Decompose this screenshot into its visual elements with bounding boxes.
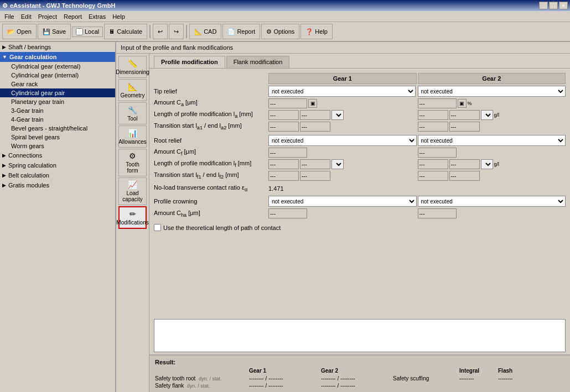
- gear2-header: Gear 2: [418, 73, 566, 84]
- toolbar-separator-2: [186, 25, 187, 38]
- length-lf-gear1-field1[interactable]: [268, 159, 299, 169]
- minimize-button[interactable]: _: [539, 2, 548, 9]
- chevron-right-icon-4: ▶: [2, 173, 6, 178]
- length-la-gear2-field1[interactable]: [418, 110, 448, 120]
- result-row2-gear2: -------- / --------: [321, 383, 393, 389]
- subnav-allowances[interactable]: 📊 Allowances: [118, 126, 147, 148]
- local-checkbox[interactable]: [76, 28, 83, 35]
- help-button[interactable]: ❓ Help: [300, 24, 333, 39]
- title-bar: ⚙ eAssistant - GWJ Technology GmbH _ □ ×: [0, 0, 570, 11]
- result-row1-gear1: -------- / --------: [249, 375, 321, 381]
- calculate-button[interactable]: 🖩 Calculate: [104, 24, 147, 39]
- cad-button[interactable]: 📐 CAD: [189, 24, 221, 39]
- subnav-tooth-form[interactable]: ⚙ Tooth form: [118, 149, 147, 176]
- menu-extras[interactable]: Extras: [85, 12, 109, 21]
- amount-ca-gear1-field[interactable]: [268, 98, 307, 108]
- result-row1-integral: --------: [459, 375, 498, 381]
- result-row1-label: Safety tooth root dyn. / stat.: [155, 375, 249, 381]
- sidebar-item-gratis[interactable]: ▶ Gratis modules: [0, 180, 115, 190]
- open-button[interactable]: 📂 Open: [2, 24, 37, 39]
- length-la-gear2-unit[interactable]: [481, 110, 493, 120]
- menu-project[interactable]: Project: [35, 12, 60, 21]
- close-button[interactable]: ×: [559, 2, 568, 9]
- subnav-load-capacity[interactable]: 📈 Load capacity: [118, 177, 147, 205]
- length-lf-gear2-unit[interactable]: [481, 159, 493, 169]
- report-button[interactable]: 📄 Report: [222, 24, 260, 39]
- save-button[interactable]: 💾 Save: [38, 24, 71, 39]
- sidebar-item-belt-calc[interactable]: ▶ Belt calculation: [0, 170, 115, 180]
- sidebar-item-4gear[interactable]: 4-Gear train: [0, 115, 115, 124]
- subnav-modifications[interactable]: ✏ Modifications: [118, 206, 147, 229]
- length-la-gear1-field1[interactable]: [268, 110, 299, 120]
- subnav-geometry[interactable]: 📐 Geometry: [118, 79, 147, 101]
- form-header: Input of the profile and flank modificat…: [116, 42, 570, 54]
- sidebar-item-worm[interactable]: Worm gears: [0, 142, 115, 150]
- length-lf-gear1-unit[interactable]: [331, 159, 344, 169]
- sidebar-item-shaft-bearings[interactable]: ▶ Shaft / bearings: [0, 42, 115, 52]
- sidebar-item-gear-calculation[interactable]: ▼ Gear calculation: [0, 52, 115, 62]
- help-icon: ❓: [305, 28, 313, 35]
- root-relief-gear1-select[interactable]: not executed: [268, 135, 417, 146]
- trans-lf-gear1-field1[interactable]: [268, 171, 299, 181]
- tab-flank-modification[interactable]: Flank modification: [226, 56, 290, 68]
- amount-ca-gear1-picker[interactable]: ▣: [308, 99, 317, 108]
- amount-cha-label: Amount Cha [μm]: [154, 210, 267, 218]
- result-header: Result:: [155, 359, 564, 365]
- undo-button[interactable]: ↩: [153, 24, 168, 39]
- subnav-dimensioning[interactable]: 📏 Dimensioning: [118, 56, 147, 78]
- tip-relief-gear1-select[interactable]: not executed: [268, 86, 416, 97]
- sidebar-item-cylindrical-internal[interactable]: Cylindrical gear (internal): [0, 71, 115, 80]
- length-lf-gear2-field2[interactable]: [449, 159, 480, 169]
- trans-la-gear2-field2[interactable]: [449, 122, 480, 132]
- result-col-header-4: [393, 368, 459, 374]
- amount-cha-gear2-field[interactable]: [418, 208, 457, 218]
- geometry-icon: 📐: [128, 82, 137, 91]
- trans-lf-gear2-field2[interactable]: [449, 171, 480, 181]
- sidebar-item-spring-calc[interactable]: ▶ Spring calculation: [0, 160, 115, 170]
- tab-profile-modification[interactable]: Profile modification: [154, 56, 225, 68]
- menu-file[interactable]: File: [1, 12, 18, 21]
- profile-crowning-gear2-select[interactable]: not executed: [418, 196, 566, 207]
- left-panel: ▶ Shaft / bearings ▼ Gear calculation Cy…: [0, 42, 116, 392]
- menu-edit[interactable]: Edit: [18, 12, 35, 21]
- menu-help[interactable]: Help: [109, 12, 128, 21]
- length-profile-lf-label: Length of profile modification lf [mm]: [154, 160, 267, 168]
- options-button[interactable]: ⚙ Options: [261, 24, 299, 39]
- length-lf-gear1-field2[interactable]: [300, 159, 330, 169]
- maximize-button[interactable]: □: [549, 2, 558, 9]
- length-la-gear2-field2[interactable]: [449, 110, 480, 120]
- trans-lf-gear2-field1[interactable]: [418, 171, 448, 181]
- root-relief-gear2-select[interactable]: not executed: [418, 135, 566, 146]
- tip-relief-gear2-select[interactable]: not executed: [418, 86, 566, 97]
- amount-cha-gear1-field[interactable]: [268, 208, 307, 218]
- length-la-gear1-field2[interactable]: [300, 110, 330, 120]
- subnav-tool[interactable]: 🔧 Tool: [118, 102, 147, 124]
- sidebar-item-cylindrical-pair[interactable]: Cylindrical gear pair: [0, 88, 115, 97]
- tool-icon: 🔧: [128, 106, 137, 114]
- sidebar-item-spiral-bevel[interactable]: Spiral bevel gears: [0, 133, 115, 142]
- profile-crowning-gear1-select[interactable]: not executed: [268, 196, 417, 207]
- trans-la-gear1-field2[interactable]: [300, 122, 330, 132]
- amount-ca-gear2-field[interactable]: [418, 98, 457, 108]
- trans-lf-gear1-field2[interactable]: [300, 171, 330, 181]
- display-area: [154, 319, 566, 352]
- length-lf-gear2-field1[interactable]: [418, 159, 448, 169]
- redo-button[interactable]: ↪: [169, 24, 184, 39]
- sidebar-item-cylindrical-external[interactable]: Cylindrical gear (external): [0, 62, 115, 71]
- trans-la-gear1-field1[interactable]: [268, 122, 299, 132]
- label-spacer: [154, 73, 267, 84]
- amount-ca-gear2-picker[interactable]: ▣: [458, 99, 467, 108]
- sidebar-item-bevel-straight[interactable]: Bevel gears - straight/helical: [0, 124, 115, 133]
- trans-la-gear2-field1[interactable]: [418, 122, 448, 132]
- length-la-unit-label: g/l: [494, 112, 500, 118]
- result-col-header-1: [155, 368, 249, 374]
- theoretical-length-checkbox[interactable]: [154, 224, 161, 231]
- sidebar-item-planetary[interactable]: Planetary gear train: [0, 97, 115, 106]
- length-la-gear1-unit[interactable]: [331, 110, 344, 120]
- amount-cf-gear2-field[interactable]: [418, 148, 457, 158]
- menu-report[interactable]: Report: [60, 12, 85, 21]
- amount-cf-gear1-field[interactable]: [268, 148, 307, 158]
- sidebar-item-gear-rack[interactable]: Gear rack: [0, 80, 115, 88]
- sidebar-item-connections[interactable]: ▶ Connections: [0, 150, 115, 160]
- sidebar-item-3gear[interactable]: 3-Gear train: [0, 106, 115, 115]
